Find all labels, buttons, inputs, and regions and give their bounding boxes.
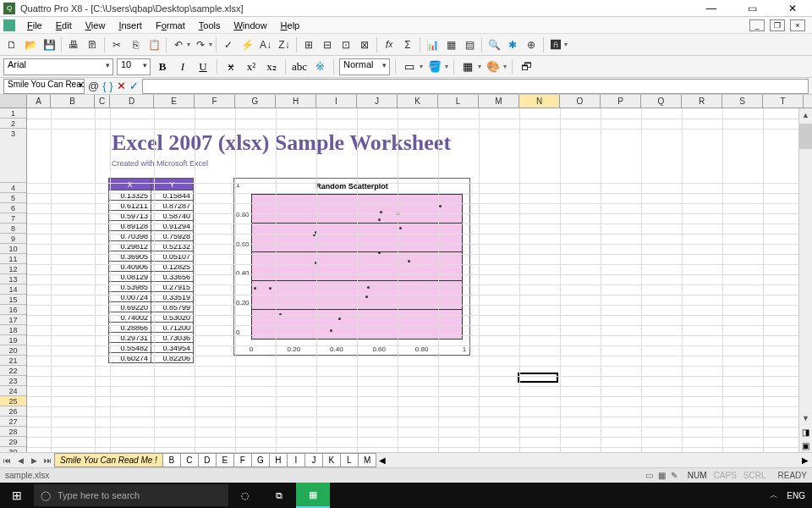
tab-first-icon[interactable]: ⏮: [0, 454, 14, 467]
col-header-S[interactable]: S: [722, 95, 763, 108]
crosstab-icon[interactable]: ▤: [461, 36, 478, 53]
select-all-corner[interactable]: [0, 95, 27, 108]
row-header-20[interactable]: 20: [0, 345, 26, 356]
braces-icon[interactable]: { }: [102, 80, 112, 92]
data-cell[interactable]: 0.85799: [151, 302, 194, 312]
italic-button[interactable]: I: [174, 58, 191, 75]
border-icon[interactable]: ▦: [459, 58, 476, 75]
cortana-icon[interactable]: ◌: [228, 483, 262, 508]
sheet-tab-C[interactable]: C: [180, 453, 199, 467]
data-cell[interactable]: 0.60274: [109, 353, 151, 363]
sheet-tab-B[interactable]: B: [162, 453, 181, 467]
cells-area[interactable]: Excel 2007 (xlsx) Sample Worksheet Creat…: [27, 108, 812, 452]
selectall-icon[interactable]: ✱: [504, 36, 521, 53]
quickcell-icon[interactable]: ▭: [645, 471, 653, 480]
row-header-4[interactable]: 4: [0, 183, 26, 193]
col-header-A[interactable]: A: [27, 95, 51, 108]
data-cell[interactable]: 0.36905: [109, 251, 151, 262]
data-cell[interactable]: 0.87287: [151, 201, 194, 211]
mdi-sys-icon[interactable]: [3, 19, 15, 31]
close-button[interactable]: ✕: [780, 0, 805, 17]
new-icon[interactable]: 🗋: [3, 36, 20, 53]
data-cell[interactable]: 0.75928: [151, 231, 194, 241]
row-header-23[interactable]: 23: [0, 376, 26, 386]
col-header-N[interactable]: N: [519, 95, 560, 108]
menu-edit[interactable]: Edit: [49, 19, 79, 32]
perfectexpert-icon[interactable]: 🅰: [547, 36, 564, 53]
publish-icon[interactable]: 🖹: [84, 36, 101, 53]
name-box[interactable]: Smile You Can Read ...: [3, 79, 85, 94]
row-header-5[interactable]: 5: [0, 193, 26, 203]
pen-icon[interactable]: ✎: [671, 471, 678, 480]
row-header-13[interactable]: 13: [0, 274, 26, 284]
col-header-I[interactable]: I: [316, 95, 357, 108]
taskview-icon[interactable]: ⧉: [262, 483, 296, 508]
vertical-scrollbar[interactable]: ▲ ▼ ◨ ▣: [798, 108, 812, 452]
row-header-29[interactable]: 29: [0, 437, 26, 447]
sheet-tab-J[interactable]: J: [304, 453, 323, 467]
formula-input[interactable]: [142, 79, 809, 94]
print-icon[interactable]: 🖶: [65, 36, 82, 53]
spellcheck-icon[interactable]: ✓: [220, 36, 237, 53]
tab-last-icon[interactable]: ⏭: [41, 454, 54, 467]
menu-file[interactable]: File: [20, 19, 49, 32]
sheet-tab-active[interactable]: Smile You Can Read Me !: [54, 453, 163, 467]
data-cell[interactable]: 0.69220: [109, 302, 151, 312]
col-header-P[interactable]: P: [601, 95, 641, 108]
delete-cols-icon[interactable]: ⊠: [356, 36, 373, 53]
data-cell[interactable]: 0.91294: [151, 221, 194, 231]
cut-icon[interactable]: ✂: [108, 36, 125, 53]
sheet-tab-L[interactable]: L: [340, 453, 359, 467]
data-cell[interactable]: 0.74002: [109, 312, 151, 323]
sort-asc-icon[interactable]: A↓: [257, 36, 274, 53]
bold-button[interactable]: B: [154, 58, 171, 75]
insert-rows-icon[interactable]: ⊞: [300, 36, 317, 53]
menu-view[interactable]: View: [79, 19, 112, 32]
sheet-tab-I[interactable]: I: [287, 453, 305, 467]
hscroll-right-icon[interactable]: ▶: [798, 456, 812, 465]
autosum-icon[interactable]: Σ: [399, 36, 416, 53]
tab-prev-icon[interactable]: ◀: [14, 454, 27, 467]
undo-icon[interactable]: ↶: [170, 36, 187, 53]
percent-icon[interactable]: ※: [311, 58, 328, 75]
fillcolor-icon[interactable]: 🪣: [426, 58, 443, 75]
row-header-17[interactable]: 17: [0, 315, 26, 325]
data-cell[interactable]: 0.29731: [109, 333, 151, 343]
subscript-icon[interactable]: x₂: [263, 58, 280, 75]
col-header-F[interactable]: F: [195, 95, 235, 108]
menu-tools[interactable]: Tools: [192, 19, 228, 32]
row-header-7[interactable]: 7: [0, 213, 26, 224]
chart-icon[interactable]: 📊: [424, 36, 441, 53]
sheet-tab-M[interactable]: M: [358, 453, 376, 467]
scroll-up-icon[interactable]: ▲: [799, 108, 812, 122]
row-header-22[interactable]: 22: [0, 366, 26, 376]
calc-icon[interactable]: ▦: [658, 471, 666, 480]
maximize-button[interactable]: ▭: [739, 0, 765, 17]
superscript-icon[interactable]: x²: [243, 58, 260, 75]
col-header-Q[interactable]: Q: [641, 95, 682, 108]
data-cell[interactable]: 0.40906: [109, 262, 151, 272]
menu-help[interactable]: Help: [274, 19, 307, 32]
nav-marker-icon[interactable]: ▣: [799, 439, 812, 452]
col-header-K[interactable]: K: [398, 95, 438, 108]
col-header-G[interactable]: G: [235, 95, 276, 108]
data-cell[interactable]: 0.58740: [151, 211, 194, 221]
row-header-3[interactable]: 3: [0, 129, 26, 183]
data-cell[interactable]: 0.55482: [109, 343, 151, 353]
copy-icon[interactable]: ⎘: [127, 36, 144, 53]
speedformat-icon[interactable]: ▦: [442, 36, 459, 53]
data-cell[interactable]: 0.59713: [109, 211, 151, 221]
row-header-21[interactable]: 21: [0, 356, 26, 366]
data-cell[interactable]: 0.08129: [109, 272, 151, 282]
sheet-tab-H[interactable]: H: [269, 453, 288, 467]
quickfill-icon[interactable]: ⚡: [239, 36, 255, 53]
scroll-thumb[interactable]: [799, 124, 812, 149]
col-header-L[interactable]: L: [438, 95, 479, 108]
data-cell[interactable]: 0.27915: [151, 282, 194, 292]
start-button[interactable]: ⊞: [0, 483, 34, 508]
row-header-27[interactable]: 27: [0, 417, 26, 427]
data-cell[interactable]: 0.05107: [151, 251, 194, 262]
row-header-8[interactable]: 8: [0, 224, 26, 234]
quattro-taskbar-icon[interactable]: ▦: [296, 483, 330, 508]
data-cell[interactable]: 0.73036: [151, 333, 194, 343]
